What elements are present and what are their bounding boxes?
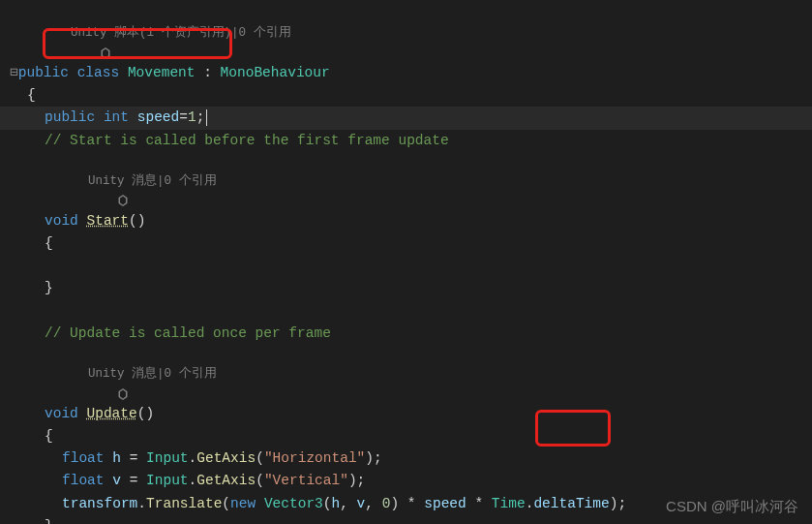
brace-close: }: [0, 277, 812, 299]
text-cursor: [206, 109, 207, 126]
brace-close: }: [0, 515, 812, 524]
collapse-icon[interactable]: ⊟: [10, 65, 18, 80]
watermark: CSDN @呼叫冰河谷: [666, 498, 798, 516]
codelens-text: Unity 脚本(1 个资产引用)|0 个引用: [71, 26, 291, 40]
code-line-v: float v = Input.GetAxis("Vertical");: [0, 470, 812, 492]
comment-start: // Start is called before the first fram…: [0, 130, 812, 152]
codelens-text: Unity 消息|0 个引用: [88, 174, 217, 188]
codelens-text: Unity 消息|0 个引用: [88, 367, 217, 381]
brace-open: {: [0, 425, 812, 447]
empty-line: [0, 300, 812, 323]
class-declaration-line: ⊟public class Movement : MonoBehaviour: [0, 62, 812, 84]
brace-open: {: [0, 232, 812, 255]
unity-icon: [74, 174, 85, 186]
brace-open: {: [0, 84, 812, 107]
code-editor[interactable]: Unity 脚本(1 个资产引用)|0 个引用 ⊟public class Mo…: [0, 0, 812, 524]
unity-icon: [56, 27, 68, 39]
empty-line: [0, 255, 812, 277]
unity-icon: [74, 368, 85, 380]
field-declaration-line: public int speed=1;: [0, 107, 812, 129]
codelens-script: Unity 脚本(1 个资产引用)|0 个引用: [0, 4, 812, 62]
update-method-line: void Update(): [0, 403, 812, 425]
codelens-start: Unity 消息|0 个引用: [0, 152, 812, 210]
comment-update: // Update is called once per frame: [0, 323, 812, 345]
start-method-line: void Start(): [0, 210, 812, 232]
codelens-update: Unity 消息|0 个引用: [0, 345, 812, 403]
code-line-h: float h = Input.GetAxis("Horizontal");: [0, 447, 812, 470]
